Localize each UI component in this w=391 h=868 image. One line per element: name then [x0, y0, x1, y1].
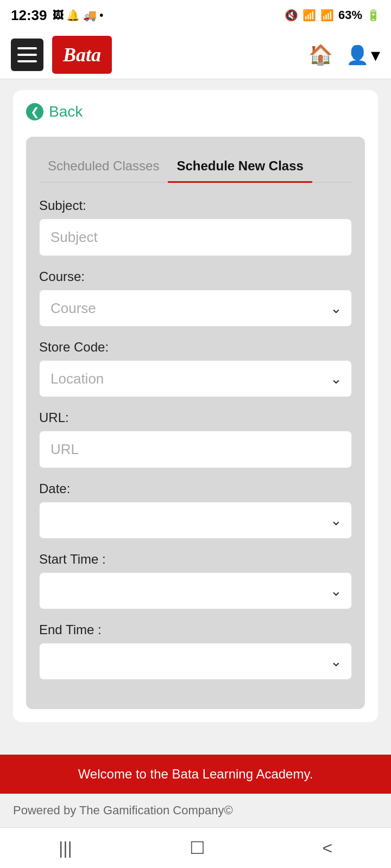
- start-time-label: Start Time :: [39, 552, 352, 567]
- url-group: URL:: [39, 410, 352, 468]
- start-time-select[interactable]: [39, 572, 352, 609]
- bata-logo: Bata: [52, 36, 112, 74]
- course-group: Course: Course ⌄: [39, 269, 352, 327]
- date-group: Date: ⌄: [39, 481, 352, 539]
- end-time-group: End Time : ⌄: [39, 622, 352, 680]
- form-card: Scheduled Classes Schedule New Class Sub…: [26, 137, 365, 709]
- profile-chevron-icon: ▾: [371, 44, 380, 66]
- status-icons-left: 🖼 🔔 🚚 •: [53, 9, 104, 22]
- nav-menu-icon: |||: [59, 838, 72, 858]
- ticker-bar: Welcome to the Bata Learning Academy.: [0, 755, 391, 794]
- store-code-label: Store Code:: [39, 340, 352, 355]
- start-time-select-wrap: ⌄: [39, 572, 352, 609]
- start-time-group: Start Time : ⌄: [39, 552, 352, 609]
- subject-label: Subject:: [39, 198, 352, 213]
- footer: Powered by The Gamification Company©: [0, 794, 391, 827]
- wifi-icon: 📶: [302, 9, 316, 22]
- tab-scheduled-classes[interactable]: Scheduled Classes: [39, 153, 168, 183]
- nav-bar: ||| ☐ <: [0, 827, 391, 868]
- url-label: URL:: [39, 410, 352, 425]
- end-time-label: End Time :: [39, 622, 352, 637]
- nav-home-button[interactable]: ☐: [190, 838, 205, 858]
- nav-menu-button[interactable]: |||: [59, 838, 72, 858]
- date-select-wrap: ⌄: [39, 502, 352, 539]
- footer-text: Powered by The Gamification Company©: [13, 803, 233, 817]
- course-select[interactable]: Course: [39, 290, 352, 327]
- tab-schedule-new-class[interactable]: Schedule New Class: [168, 153, 312, 183]
- nav-home-icon: ☐: [190, 838, 205, 858]
- hamburger-line: [17, 54, 37, 56]
- mute-icon: 🔇: [285, 9, 298, 22]
- home-icon[interactable]: 🏠: [308, 43, 333, 66]
- subject-input[interactable]: [39, 219, 352, 256]
- status-icons-right: 🔇 📶 📶 63% 🔋: [285, 8, 380, 22]
- end-time-select[interactable]: [39, 643, 352, 680]
- logo-text: Bata: [63, 43, 101, 66]
- course-select-wrap: Course ⌄: [39, 290, 352, 327]
- app-header: Bata 🏠 👤 ▾: [0, 30, 391, 79]
- date-select[interactable]: [39, 502, 352, 539]
- status-time: 12:39 🖼 🔔 🚚 •: [11, 7, 103, 24]
- tabs-container: Scheduled Classes Schedule New Class: [39, 153, 352, 183]
- ticker-text: Welcome to the Bata Learning Academy.: [78, 767, 313, 781]
- content-card: ❮ Back Scheduled Classes Schedule New Cl…: [13, 90, 378, 722]
- battery-icon: 🔋: [367, 9, 380, 22]
- back-icon: ❮: [26, 103, 43, 120]
- nav-back-icon: <: [322, 838, 332, 858]
- back-button[interactable]: ❮ Back: [26, 103, 83, 120]
- store-code-group: Store Code: Location ⌄: [39, 340, 352, 397]
- end-time-select-wrap: ⌄: [39, 643, 352, 680]
- profile-button[interactable]: 👤 ▾: [346, 44, 380, 66]
- location-select[interactable]: Location: [39, 360, 352, 397]
- signal-icon: 📶: [320, 9, 334, 22]
- status-bar: 12:39 🖼 🔔 🚚 • 🔇 📶 📶 63% 🔋: [0, 0, 391, 30]
- url-input[interactable]: [39, 431, 352, 468]
- hamburger-line: [17, 60, 37, 62]
- back-label: Back: [49, 103, 83, 120]
- course-label: Course:: [39, 269, 352, 284]
- subject-group: Subject:: [39, 198, 352, 256]
- time-display: 12:39: [11, 7, 47, 24]
- hamburger-menu-button[interactable]: [11, 39, 43, 71]
- location-select-wrap: Location ⌄: [39, 360, 352, 397]
- header-left: Bata: [11, 36, 112, 74]
- date-label: Date:: [39, 481, 352, 496]
- profile-icon: 👤: [346, 44, 369, 66]
- main-content: ❮ Back Scheduled Classes Schedule New Cl…: [0, 79, 391, 755]
- nav-back-button[interactable]: <: [322, 838, 332, 858]
- hamburger-line: [17, 47, 37, 49]
- header-right: 🏠 👤 ▾: [308, 43, 380, 66]
- battery-text: 63%: [338, 8, 362, 22]
